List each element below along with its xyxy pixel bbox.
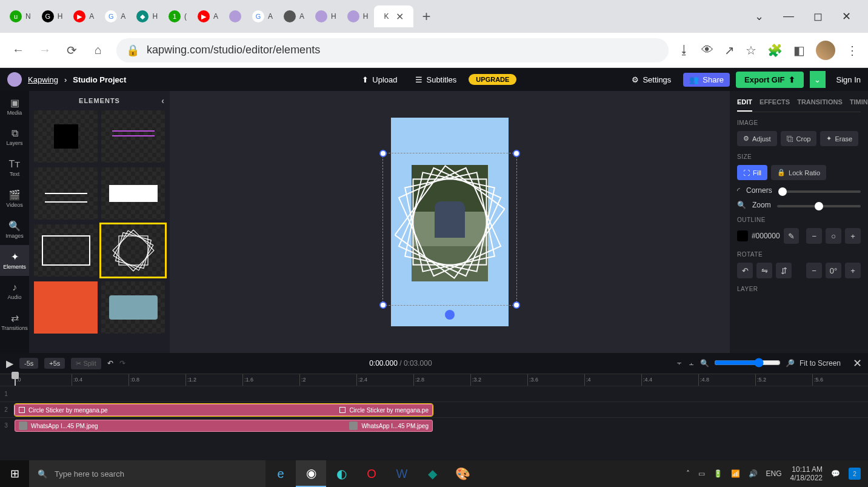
rail-audio[interactable]: ♪Audio	[0, 276, 29, 306]
fill-button[interactable]: ⛶Fill	[737, 165, 767, 180]
rail-layers[interactable]: ⧉Layers	[0, 122, 29, 152]
canvas[interactable]	[391, 118, 509, 326]
browser-tab[interactable]: H	[342, 5, 373, 27]
rail-videos[interactable]: 🎬Videos	[0, 183, 29, 214]
tray-lang[interactable]: ENG	[766, 469, 782, 478]
tray-meet-icon[interactable]: ▭	[698, 469, 705, 478]
taskbar-filmora[interactable]: ◆	[417, 460, 447, 487]
settings-button[interactable]: ⚙Settings	[626, 73, 677, 87]
rotate-decrease[interactable]: −	[806, 263, 822, 278]
outline-increase[interactable]: +	[845, 228, 861, 244]
canvas-area[interactable]	[170, 91, 730, 353]
resize-handle-br[interactable]	[513, 301, 520, 309]
zoom-in-icon[interactable]: 🔎	[786, 359, 795, 368]
start-button[interactable]: ⊞	[0, 460, 29, 487]
rail-elements[interactable]: ✦Elements	[0, 245, 29, 276]
element-thumb[interactable]	[101, 281, 165, 334]
extensions-icon[interactable]: 🧩	[767, 43, 783, 58]
side-panel-icon[interactable]: ◧	[793, 43, 805, 58]
browser-tab[interactable]: GH	[37, 5, 68, 27]
tab-timing[interactable]: TIMING	[850, 96, 868, 112]
rail-text[interactable]: TᴛText	[0, 152, 29, 183]
export-dropdown[interactable]: ⌄	[810, 71, 826, 88]
taskbar-chrome[interactable]: ◉	[296, 460, 326, 487]
track-row[interactable]: 1	[0, 386, 868, 401]
profile-avatar[interactable]	[816, 41, 835, 60]
element-thumb[interactable]	[34, 167, 98, 220]
element-thumb[interactable]	[34, 110, 98, 163]
signin-link[interactable]: Sign In	[836, 75, 861, 84]
timeline-ruler[interactable]: :0 :0.4 :0.8 :1.2 :1.6 :2 :2.4 :2.8 :3.2…	[0, 374, 868, 386]
clip-checkbox[interactable]	[19, 407, 25, 413]
browser-tab[interactable]: GA	[100, 5, 130, 27]
selection-box[interactable]	[382, 153, 517, 306]
outline-color-chip[interactable]	[737, 230, 748, 241]
app-logo[interactable]	[7, 72, 22, 87]
browser-tab[interactable]: ▶A	[68, 5, 99, 27]
adjust-button[interactable]: ⚙Adjust	[737, 131, 777, 146]
taskbar-opera[interactable]: O	[356, 460, 387, 487]
flip-h-button[interactable]: ⇋	[756, 263, 772, 278]
share-button[interactable]: 👥Share	[683, 73, 730, 87]
magnet-icon[interactable]: ⫠	[688, 359, 695, 368]
resize-handle-bl[interactable]	[379, 301, 387, 309]
taskbar-word[interactable]: W	[387, 460, 417, 487]
new-tab-button[interactable]: +	[415, 8, 438, 25]
zoom-slider[interactable]	[777, 201, 861, 209]
timeline-clip[interactable]: WhatsApp I...45 PM.jpeg WhatsApp I...45 …	[15, 420, 433, 432]
undo-button[interactable]: ↶	[107, 359, 113, 368]
close-tab-icon[interactable]: ✕	[396, 11, 404, 22]
taskbar-ie[interactable]: e	[265, 460, 296, 487]
subtitles-button[interactable]: ☰Subtitles	[409, 73, 462, 87]
url-input[interactable]: 🔒 kapwing.com/studio/editor/elements	[116, 38, 669, 62]
download-icon[interactable]: ⭳	[678, 43, 690, 57]
fit-screen-button[interactable]: Fit to Screen	[800, 359, 841, 368]
menu-icon[interactable]: ⋮	[846, 43, 858, 58]
tray-clock[interactable]: 10:11 AM 4/18/2022	[790, 465, 823, 483]
taskbar-paint[interactable]: 🎨	[447, 460, 478, 487]
browser-tab-active[interactable]: K✕	[374, 5, 413, 27]
element-thumb[interactable]	[34, 281, 98, 334]
browser-tab[interactable]: H	[310, 5, 341, 27]
corners-slider[interactable]	[778, 186, 861, 195]
upgrade-button[interactable]: UPGRADE	[469, 74, 516, 85]
export-button[interactable]: Export GIF⬆	[736, 72, 803, 88]
timeline-clip[interactable]: Circle Sticker by mengana.pe Circle Stic…	[15, 404, 433, 416]
zoom-out-icon[interactable]: 🔍	[700, 359, 709, 368]
forward-button[interactable]: →	[36, 42, 53, 59]
close-timeline-icon[interactable]: ✕	[853, 357, 862, 370]
rail-images[interactable]: 🔍Images	[0, 214, 29, 245]
taskbar-search[interactable]: 🔍 Type here to search	[29, 460, 265, 487]
home-button[interactable]: ⌂	[90, 42, 107, 59]
timeline-zoom-slider[interactable]	[714, 358, 781, 368]
flip-v-button[interactable]: ⇵	[776, 263, 792, 278]
browser-tab[interactable]: GA	[247, 5, 278, 27]
eyedropper-icon[interactable]: ✎	[784, 228, 800, 244]
tab-edit[interactable]: EDIT	[737, 96, 752, 112]
element-thumb[interactable]	[101, 110, 165, 163]
element-thumb[interactable]	[101, 167, 165, 220]
back-button[interactable]: ←	[10, 42, 27, 59]
playhead[interactable]	[15, 374, 16, 386]
tray-notifications-icon[interactable]: 💬	[831, 469, 840, 478]
minimize-icon[interactable]: —	[783, 10, 794, 23]
snap-icon[interactable]: ⫟	[676, 359, 683, 368]
minus-5s-button[interactable]: -5s	[19, 358, 38, 369]
tab-effects[interactable]: EFFECTS	[760, 96, 790, 112]
rail-transitions[interactable]: ⇄Transitions	[0, 306, 29, 337]
resize-handle-tr[interactable]	[513, 150, 520, 157]
erase-button[interactable]: ✦Erase	[820, 131, 858, 146]
browser-tab[interactable]: 1(	[164, 5, 192, 27]
crop-button[interactable]: ⿻Crop	[781, 131, 817, 146]
maximize-icon[interactable]: ◻	[813, 10, 823, 23]
incognito-icon[interactable]: 👁	[701, 43, 713, 57]
tabs-dropdown-icon[interactable]: ⌄	[755, 10, 764, 23]
element-thumb[interactable]	[34, 224, 98, 277]
tray-wifi-icon[interactable]: 📶	[731, 469, 740, 478]
rotate-ccw-button[interactable]: ↶	[737, 263, 753, 278]
tab-transitions[interactable]: TRANSITIONS	[797, 96, 843, 112]
reload-button[interactable]: ⟳	[63, 42, 80, 59]
tray-volume-icon[interactable]: 🔊	[749, 469, 758, 478]
upload-button[interactable]: ⬆Upload	[356, 73, 403, 87]
tray-battery-icon[interactable]: 🔋	[713, 469, 723, 478]
